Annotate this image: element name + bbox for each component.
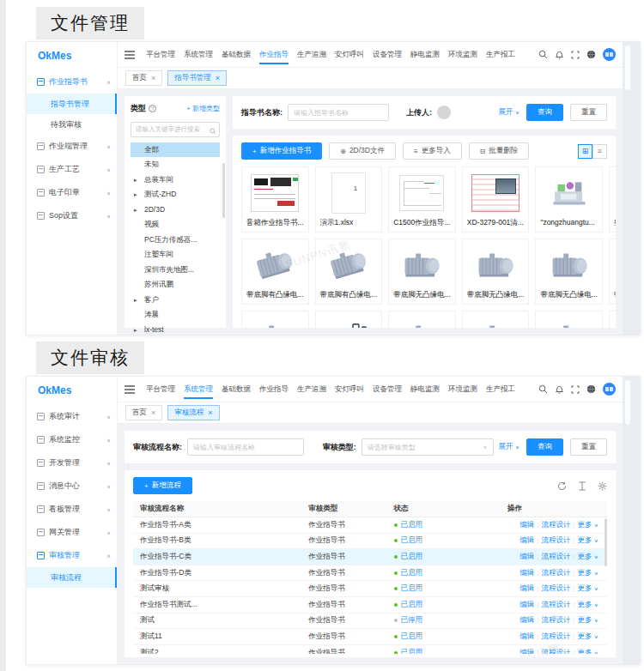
document-card[interactable]: 带底脚有凸缘电... (315, 239, 383, 305)
document-card[interactable] (241, 311, 309, 328)
tree-node[interactable]: 未知 (131, 157, 220, 172)
flow-design-link[interactable]: 流程设计 (541, 552, 570, 560)
notification-bell-icon[interactable] (555, 50, 564, 59)
sidebar-item[interactable]: 生产工艺 ∨ (27, 158, 117, 181)
sidebar-item[interactable]: 看板管理 ∨ (27, 498, 117, 521)
table-scrollbar[interactable] (605, 518, 607, 566)
document-card[interactable]: 整桶.STEP (609, 166, 616, 233)
add-work-instruction-button[interactable]: +新增作业指导书 (241, 142, 322, 160)
review-type-select[interactable]: 请选择审核类型 ∨ (361, 438, 494, 456)
more-dropdown-link[interactable]: 更多 ∨ (577, 600, 598, 608)
more-dropdown-link[interactable]: 更多 ∨ (577, 632, 598, 640)
collapse-sidebar-icon[interactable] (125, 51, 135, 59)
nav-item[interactable]: 基础数据 (217, 377, 255, 402)
table-row[interactable]: 作业指导书-A类 作业指导书 已启用 编辑|流程设计|更多 ∨ (133, 517, 607, 534)
table-row[interactable]: 测试2 作业指导书 已启用 编辑|流程设计|更多 ∨ (133, 645, 607, 654)
document-card[interactable]: "zongzhuangtu... (535, 166, 603, 233)
more-dropdown-link[interactable]: 更多 ∨ (577, 615, 598, 624)
tree-node[interactable]: 视频 (131, 217, 220, 233)
nav-item[interactable]: 生产追溯 (293, 377, 331, 402)
notification-bell-icon[interactable] (555, 384, 564, 394)
page-scrollbar-gutter[interactable] (623, 42, 640, 335)
settings-globe-icon[interactable] (586, 50, 596, 59)
nav-item[interactable]: 设备管理 (368, 42, 406, 67)
sidebar-item[interactable]: Sop设置 ∨ (27, 204, 117, 227)
add-flow-button[interactable]: +新增流程 (133, 477, 192, 494)
page-tab[interactable]: 首页 × (125, 405, 162, 420)
search-icon[interactable] (538, 384, 548, 394)
edit-link[interactable]: 编辑 (519, 600, 534, 608)
sidebar-item[interactable]: 审核管理 ∧ (27, 544, 117, 567)
uploader-avatar-picker[interactable] (437, 106, 451, 119)
nav-item[interactable]: 环境监测 (444, 42, 482, 67)
table-row[interactable]: 作业指导书-C类 作业指导书 已启用 编辑|流程设计|更多 ∨ (133, 549, 607, 565)
tab-close-icon[interactable]: × (216, 74, 220, 82)
document-card[interactable] (388, 311, 456, 328)
edit-link[interactable]: 编辑 (519, 535, 534, 544)
edit-link[interactable]: 编辑 (519, 568, 534, 577)
more-dropdown-link[interactable]: 更多 ∨ (577, 583, 598, 592)
table-row[interactable]: 作业指导书-B类 作业指导书 已启用 编辑|流程设计|更多 ∨ (133, 534, 607, 550)
page-tab[interactable]: 首页 × (125, 70, 162, 86)
document-card[interactable] (315, 311, 383, 328)
tree-node[interactable]: 注塑车间 (131, 247, 220, 263)
flow-design-link[interactable]: 流程设计 (541, 535, 570, 544)
tree-scrollbar[interactable] (222, 163, 225, 218)
doc-name-input[interactable] (288, 104, 389, 121)
sidebar-item[interactable]: 电子印章 ∨ (27, 181, 117, 204)
reset-button[interactable]: 重置 (570, 438, 607, 456)
search-icon[interactable] (538, 50, 548, 59)
tab-close-icon[interactable]: × (151, 74, 155, 82)
fullscreen-icon[interactable] (571, 51, 580, 59)
settings-globe-icon[interactable] (586, 384, 596, 394)
document-card[interactable] (609, 311, 616, 328)
more-dropdown-link[interactable]: 更多 ∨ (577, 520, 598, 529)
sidebar-item[interactable]: 网关管理 ∨ (27, 521, 117, 544)
flow-design-link[interactable]: 流程设计 (541, 568, 570, 577)
grid-view-icon[interactable]: ⊞ (578, 144, 592, 159)
edit-link[interactable]: 编辑 (519, 520, 534, 529)
flow-design-link[interactable]: 流程设计 (541, 600, 570, 608)
sidebar-item[interactable]: 系统审计 ∨ (27, 405, 117, 428)
table-row[interactable]: 作业指导书-D类 作业指导书 已启用 编辑|流程设计|更多 ∨ (133, 565, 607, 582)
tree-node[interactable]: 测试-ZHD (131, 187, 220, 203)
sidebar-item[interactable]: 作业指导书 ∧ (27, 70, 117, 94)
tree-node[interactable]: 全部 (131, 142, 220, 158)
sidebar-item[interactable]: 审核流程 (27, 567, 117, 588)
more-dropdown-link[interactable]: 更多 ∨ (577, 552, 598, 560)
flow-design-link[interactable]: 流程设计 (541, 632, 570, 640)
sidebar-item[interactable]: 系统监控 ∨ (27, 428, 117, 451)
tree-node[interactable]: 苏州讯鹏 (131, 277, 220, 293)
nav-item[interactable]: 环境监测 (444, 377, 482, 402)
nav-item[interactable]: 基础数据 (217, 42, 255, 67)
nav-item[interactable]: 静电监测 (406, 42, 444, 67)
user-avatar[interactable] (603, 48, 616, 61)
2d3d-files-button[interactable]: ⊕2D/3D文件 (329, 142, 396, 160)
flow-design-link[interactable]: 流程设计 (541, 648, 570, 654)
expand-filters-link[interactable]: 展开 ∨ (499, 442, 520, 452)
sidebar-item[interactable]: 待我审核 (27, 114, 117, 135)
edit-link[interactable]: 编辑 (519, 552, 534, 560)
document-card[interactable]: XD-3279-001清... (462, 166, 530, 233)
nav-item[interactable]: 生产报工 (482, 377, 519, 402)
nav-item[interactable]: 系统管理 (179, 377, 217, 402)
table-row[interactable]: 作业指导书测试... 作业指导书 已启用 编辑|流程设计|更多 ∨ (133, 597, 607, 614)
tree-node[interactable]: 深圳市先地图... (131, 263, 220, 278)
document-card[interactable] (462, 311, 530, 328)
list-view-icon[interactable]: ≡ (592, 144, 607, 159)
document-card[interactable]: 音箱作业指导书... (241, 166, 309, 233)
flow-design-link[interactable]: 流程设计 (541, 615, 570, 624)
table-row[interactable]: 测试11 作业指导书 已启用 编辑|流程设计|更多 ∨ (133, 629, 607, 645)
expand-filters-link[interactable]: 展开 ∨ (499, 107, 520, 118)
sidebar-item[interactable]: 指导书管理 (27, 94, 117, 114)
document-card[interactable]: 带底脚有凸缘电... (241, 239, 309, 305)
document-card[interactable]: 带底脚无凸缘电... (388, 239, 456, 305)
edit-link[interactable]: 编辑 (519, 583, 534, 592)
query-button[interactable]: 查询 (526, 438, 563, 456)
tab-close-icon[interactable]: × (151, 408, 155, 417)
nav-item[interactable]: 静电监测 (406, 377, 444, 402)
sidebar-item[interactable]: 开发管理 ∨ (27, 451, 117, 475)
tree-node[interactable]: PC压力传感器... (131, 233, 220, 248)
tree-search-input[interactable] (131, 122, 220, 137)
edit-link[interactable]: 编辑 (519, 648, 534, 654)
